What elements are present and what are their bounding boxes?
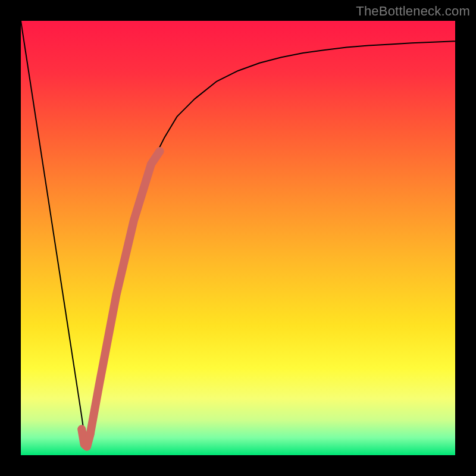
gradient-background — [21, 21, 455, 455]
plot-area — [21, 21, 455, 455]
watermark-text: TheBottleneck.com — [356, 4, 470, 19]
chart-frame: TheBottleneck.com — [0, 0, 476, 476]
bottleneck-chart — [21, 21, 455, 455]
